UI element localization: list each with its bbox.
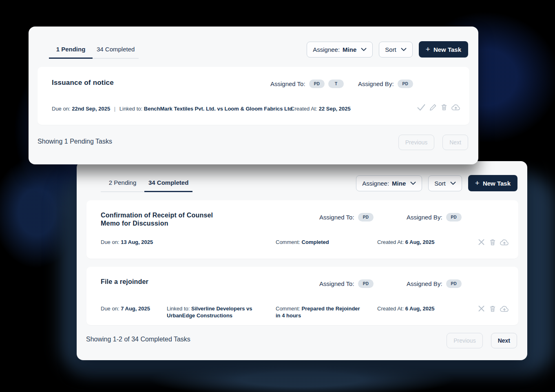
- created-at: Created At: 6 Aug, 2025: [377, 305, 434, 312]
- assigned-by-label: Assigned By:: [358, 80, 394, 87]
- task-card: Confirmation of Receipt of Counsel Memo …: [86, 200, 518, 259]
- check-icon[interactable]: [416, 103, 426, 112]
- sort-label: Sort: [385, 46, 396, 53]
- new-task-label: New Task: [433, 46, 461, 53]
- assignee-badge[interactable]: PD: [358, 213, 374, 221]
- completed-tasks-panel: 2 Pending 34 Completed Assignee: Mine So…: [77, 161, 527, 360]
- trash-icon[interactable]: [440, 103, 448, 111]
- assigned-to-group: Assigned To: PD: [319, 213, 374, 221]
- created-at: Created At: 22 Sep, 2025: [291, 105, 351, 112]
- plus-icon: +: [426, 45, 430, 53]
- task-card: File a rejoinder Assigned To: PD Assigne…: [86, 267, 518, 325]
- results-summary: Showing 1 Pending Tasks: [38, 138, 112, 145]
- chevron-down-icon: [450, 182, 456, 185]
- task-actions: [477, 238, 509, 246]
- due-value: 7 Aug, 2025: [121, 306, 150, 312]
- assigner-badge[interactable]: PD: [446, 213, 462, 221]
- plus-icon: +: [475, 179, 480, 187]
- created-label: Created At:: [377, 239, 404, 245]
- comment: Comment: Prepared the Rejoinder in 4 hou…: [276, 305, 365, 319]
- assignee-filter-dropdown[interactable]: Assignee: Mine: [307, 42, 373, 58]
- task-actions: [477, 304, 509, 313]
- assigned-by-group: Assigned By: PD: [358, 80, 413, 88]
- trash-icon[interactable]: [489, 305, 497, 313]
- assigned-by-label: Assigned By:: [407, 280, 442, 287]
- assignee-badge[interactable]: PD: [358, 279, 374, 288]
- assigned-to-label: Assigned To:: [319, 280, 354, 287]
- tab-completed[interactable]: 34 Completed: [93, 43, 139, 59]
- cloud-upload-icon[interactable]: [500, 238, 509, 246]
- tab-pending[interactable]: 2 Pending: [101, 177, 144, 192]
- tab-completed[interactable]: 34 Completed: [144, 177, 192, 192]
- sort-dropdown[interactable]: Sort: [379, 42, 413, 58]
- linked-value: BenchMark Textiles Pvt. Ltd. vs Loom & G…: [144, 106, 294, 112]
- cloud-upload-icon[interactable]: [451, 103, 461, 111]
- assigned-to-label: Assigned To:: [270, 80, 305, 87]
- pencil-icon[interactable]: [429, 103, 437, 111]
- results-summary: Showing 1-2 of 34 Completed Tasks: [86, 336, 190, 343]
- task-title: Confirmation of Receipt of Counsel Memo …: [101, 211, 231, 228]
- task-actions: [416, 103, 461, 112]
- comment-value: Completed: [302, 239, 329, 245]
- comment: Comment: Completed: [276, 239, 365, 246]
- new-task-button[interactable]: + New Task: [468, 175, 517, 191]
- due-value: 22nd Sep, 2025: [72, 106, 110, 112]
- created-label: Created At:: [377, 306, 404, 312]
- new-task-label: New Task: [483, 180, 511, 187]
- due-label: Due on:: [101, 239, 119, 245]
- assignee-filter-dropdown[interactable]: Assignee: Mine: [356, 175, 422, 191]
- header-controls: Assignee: Mine Sort + New Task: [307, 41, 468, 58]
- previous-button[interactable]: Previous: [447, 333, 482, 348]
- assignee-badge[interactable]: T: [328, 80, 344, 88]
- assigned-to-group: Assigned To: PD T: [270, 80, 344, 88]
- sort-dropdown[interactable]: Sort: [428, 175, 462, 191]
- sort-label: Sort: [434, 180, 446, 187]
- created-label: Created At:: [291, 106, 317, 112]
- pending-tasks-panel: 1 Pending 34 Completed Assignee: Mine So…: [29, 27, 478, 164]
- new-task-button[interactable]: + New Task: [419, 41, 468, 58]
- assigned-by-group: Assigned By: PD: [407, 213, 462, 221]
- assignee-label: Assignee:: [313, 46, 340, 53]
- task-card: Issuance of notice Assigned To: PD T Ass…: [38, 67, 469, 125]
- chevron-down-icon: [410, 182, 416, 185]
- next-button[interactable]: Next: [491, 333, 517, 348]
- linked-label: Linked to:: [119, 106, 142, 112]
- comment-label: Comment:: [276, 239, 300, 245]
- next-button[interactable]: Next: [442, 135, 468, 150]
- pagination: Previous Next: [398, 135, 468, 150]
- chevron-down-icon: [361, 48, 367, 51]
- assigner-badge[interactable]: PD: [398, 80, 413, 88]
- task-title: Issuance of notice: [52, 79, 114, 87]
- created-value: 6 Aug, 2025: [405, 239, 435, 245]
- task-title: File a rejoinder: [101, 278, 148, 286]
- tab-bar: 1 Pending 34 Completed: [49, 43, 139, 59]
- assignee-value: Mine: [343, 46, 356, 53]
- background-glow: [98, 355, 506, 392]
- due-date: Due on: 13 Aug, 2025: [101, 239, 153, 246]
- x-icon[interactable]: [477, 304, 486, 313]
- assigner-badge[interactable]: PD: [446, 279, 462, 288]
- assigned-to-group: Assigned To: PD: [319, 279, 374, 288]
- due-label: Due on:: [101, 306, 119, 312]
- assignee-value: Mine: [392, 180, 406, 187]
- assigned-by-label: Assigned By:: [407, 214, 442, 221]
- created-value: 6 Aug, 2025: [405, 306, 435, 312]
- assigned-to-label: Assigned To:: [319, 214, 354, 221]
- separator: |: [114, 106, 115, 112]
- trash-icon[interactable]: [489, 238, 497, 246]
- assignee-badge[interactable]: PD: [309, 80, 325, 88]
- created-at: Created At: 6 Aug, 2025: [377, 239, 434, 246]
- tab-pending[interactable]: 1 Pending: [49, 43, 93, 59]
- linked-label: Linked to:: [167, 306, 190, 312]
- cloud-upload-icon[interactable]: [500, 305, 509, 313]
- previous-button[interactable]: Previous: [398, 135, 434, 150]
- assignee-label: Assignee:: [362, 180, 389, 187]
- task-meta: Due on: 22nd Sep, 2025 | Linked to: Benc…: [52, 105, 294, 112]
- comment-label: Comment:: [276, 306, 300, 312]
- chevron-down-icon: [401, 48, 407, 51]
- x-icon[interactable]: [477, 238, 486, 246]
- tab-bar: 2 Pending 34 Completed: [101, 177, 192, 192]
- assigned-by-group: Assigned By: PD: [407, 279, 462, 288]
- linked-case: Linked to: Silverline Developers vs Urba…: [167, 305, 256, 319]
- created-value: 22 Sep, 2025: [319, 106, 351, 112]
